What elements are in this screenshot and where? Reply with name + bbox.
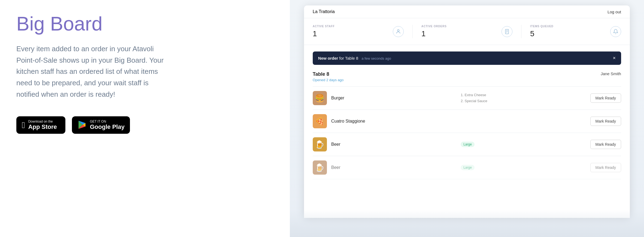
order-item: 🍺 Beer Large Mark Ready bbox=[313, 156, 621, 179]
order-item: 🍔 Burger 1. Extra Cheese 2. Special Sauc… bbox=[313, 87, 621, 110]
app-store-subtitle: Download on the bbox=[28, 120, 57, 123]
stat-items-queued: ITEMS QUEUED 5 bbox=[521, 25, 621, 38]
order-item: 🍕 Cuatro Staggione Mark Ready bbox=[313, 110, 621, 133]
order-opened: Opened 2 days ago bbox=[313, 78, 344, 82]
store-badges:  Download on the App Store GET IT ON Go… bbox=[16, 116, 274, 134]
active-staff-value: 1 bbox=[313, 29, 335, 38]
active-orders-label: ACTIVE ORDERS bbox=[421, 25, 447, 28]
item-name: Beer bbox=[331, 165, 456, 170]
google-play-icon bbox=[77, 120, 87, 130]
staff-icon bbox=[393, 26, 404, 37]
order-header: Table 8 Opened 2 days ago Jane Smith bbox=[313, 71, 621, 87]
item-modifiers: Large bbox=[461, 165, 586, 171]
item-thumbnail: 🍔 bbox=[313, 91, 327, 105]
active-staff-label: ACTIVE STAFF bbox=[313, 25, 335, 28]
item-thumbnail: 🍕 bbox=[313, 114, 327, 128]
page-title: Big Board bbox=[16, 13, 274, 35]
stats-row: ACTIVE STAFF 1 ACTIVE ORDERS 1 bbox=[304, 18, 630, 45]
google-play-button[interactable]: GET IT ON Google Play bbox=[72, 116, 130, 134]
item-name: Burger bbox=[331, 96, 456, 101]
queue-icon bbox=[610, 26, 621, 37]
content-area: New order for Table 8 a few seconds ago … bbox=[304, 45, 630, 186]
items-queued-label: ITEMS QUEUED bbox=[530, 25, 554, 28]
mark-ready-button[interactable]: Mark Ready bbox=[590, 163, 621, 172]
order-table-name: Table 8 bbox=[313, 71, 344, 77]
items-queued-value: 5 bbox=[530, 29, 554, 38]
svg-point-4 bbox=[397, 29, 399, 31]
google-play-text: GET IT ON Google Play bbox=[90, 120, 124, 130]
mark-ready-button[interactable]: Mark Ready bbox=[590, 140, 621, 149]
item-thumbnail: 🍺 bbox=[313, 137, 327, 151]
item-badge: Large bbox=[461, 165, 475, 170]
app-store-button[interactable]:  Download on the App Store bbox=[16, 116, 65, 134]
item-modifiers: Large bbox=[461, 141, 586, 147]
stat-active-staff: ACTIVE STAFF 1 bbox=[313, 25, 412, 38]
notification-text: New order for Table 8 a few seconds ago bbox=[318, 56, 391, 60]
notification-close-button[interactable]: × bbox=[613, 55, 616, 61]
order-staff: Jane Smith bbox=[601, 71, 621, 76]
order-info: Table 8 Opened 2 days ago bbox=[313, 71, 344, 82]
right-panel: La Trattoria Log out ACTIVE STAFF 1 bbox=[290, 0, 644, 237]
item-thumbnail: 🍺 bbox=[313, 160, 327, 175]
notification-banner: New order for Table 8 a few seconds ago … bbox=[313, 51, 621, 65]
app-store-text: Download on the App Store bbox=[28, 120, 57, 130]
active-orders-value: 1 bbox=[421, 29, 447, 38]
app-nav: La Trattoria Log out bbox=[304, 5, 630, 18]
left-panel: Big Board Every item added to an order i… bbox=[0, 0, 290, 237]
item-name: Cuatro Staggione bbox=[331, 119, 456, 124]
notification-new-order: New order bbox=[318, 56, 338, 60]
item-badge: Large bbox=[461, 142, 475, 147]
orders-icon bbox=[502, 26, 512, 37]
app-store-title: App Store bbox=[28, 123, 57, 130]
notification-table: for Table 8 bbox=[339, 56, 359, 60]
mark-ready-button[interactable]: Mark Ready bbox=[590, 117, 621, 126]
mark-ready-button[interactable]: Mark Ready bbox=[590, 93, 621, 103]
item-name: Beer bbox=[331, 142, 456, 147]
svg-rect-5 bbox=[505, 29, 509, 34]
nav-restaurant: La Trattoria bbox=[313, 9, 335, 14]
order-item: 🍺 Beer Large Mark Ready bbox=[313, 133, 621, 156]
notification-time: a few seconds ago bbox=[362, 56, 391, 60]
item-modifiers: 1. Extra Cheese 2. Special Sauce bbox=[461, 92, 586, 104]
logout-button[interactable]: Log out bbox=[607, 10, 621, 14]
google-play-title: Google Play bbox=[90, 123, 124, 130]
stat-active-orders: ACTIVE ORDERS 1 bbox=[412, 25, 521, 38]
google-play-subtitle: GET IT ON bbox=[90, 120, 124, 123]
description: Every item added to an order in your Ata… bbox=[16, 43, 169, 100]
app-window: La Trattoria Log out ACTIVE STAFF 1 bbox=[304, 5, 630, 218]
apple-icon:  bbox=[22, 120, 25, 130]
